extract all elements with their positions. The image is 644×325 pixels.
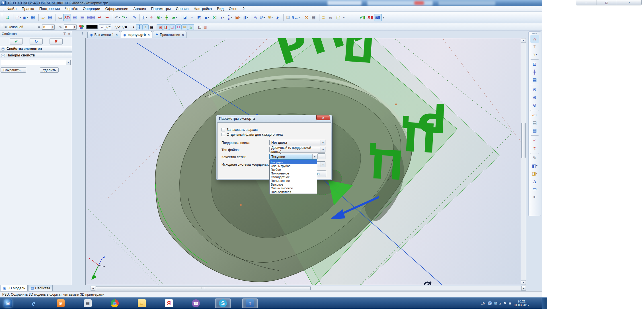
primitive-box-button[interactable]: ■ — [203, 14, 211, 21]
3d-node-button[interactable]: ╋ — [163, 14, 171, 21]
layer-combo[interactable]: Основной — [8, 25, 35, 29]
color-support-combo[interactable]: Нет цвета ▼ — [269, 140, 325, 145]
separate-file-checkbox[interactable] — [221, 133, 225, 136]
pin-icon[interactable]: ⊤ — [63, 32, 66, 36]
scroll-down-icon[interactable]: ▼ — [521, 280, 526, 285]
undo-button[interactable]: ↶ — [113, 14, 121, 21]
filter-funnel-button[interactable]: ▽ — [99, 24, 105, 30]
stepper-arrows-icon[interactable]: ▲▼ — [51, 25, 54, 29]
archive-checkbox[interactable] — [221, 128, 225, 131]
dock-lock-button[interactable]: ◙▮ — [374, 14, 382, 21]
edit-2d-button[interactable]: ✎ — [130, 14, 138, 21]
level-stepper[interactable]: 0 ▲▼ — [42, 25, 55, 30]
hole-button[interactable]: ◎ — [259, 14, 266, 21]
import-button[interactable]: ↩ — [96, 14, 103, 21]
taskbar-yandex[interactable]: Я — [161, 298, 177, 308]
refresh-button[interactable]: ↻ — [30, 38, 43, 44]
taskbar-skype[interactable]: S — [215, 298, 231, 308]
mesh-option-raised[interactable]: Повышенное — [270, 179, 317, 182]
circle-profile-button[interactable]: ◉ — [155, 14, 163, 21]
filter-apply-button[interactable]: ▽✔ — [113, 24, 121, 30]
chevron-down-icon[interactable]: ▼ — [321, 147, 325, 152]
delete-set-button[interactable]: Удалить — [40, 67, 59, 73]
print-3d-button[interactable]: 3D — [63, 14, 71, 21]
color-palette-icon[interactable] — [79, 25, 84, 30]
menu-window[interactable]: Окно — [226, 6, 240, 11]
zoom-selection-button[interactable]: ▦ — [530, 76, 539, 84]
chevron-down-icon[interactable]: ▼ — [312, 154, 317, 159]
expand-toolbar-button[interactable]: ▸ — [530, 193, 539, 200]
taskbar-chrome[interactable]: ◉ — [107, 298, 122, 308]
open-model-button[interactable]: ⇊ — [4, 14, 11, 21]
loft-button[interactable]: ⋈ — [211, 14, 218, 21]
tab-welcome[interactable]: ⚑ Приветствие × — [153, 31, 186, 38]
new-from-template-button[interactable]: ▦ — [29, 14, 37, 21]
menu-edit[interactable]: Правка — [19, 6, 37, 11]
stepper-arrows-icon[interactable]: ▲▼ — [73, 25, 76, 29]
clock[interactable]: 20:21 01.03.2017 — [514, 300, 530, 307]
restore-button[interactable]: ◱ — [596, 0, 617, 5]
export-button[interactable]: ↪ — [103, 14, 111, 21]
menu-parameters[interactable]: Параметры — [148, 6, 173, 11]
mesh-option-high[interactable]: Высокое — [270, 182, 317, 186]
material-button[interactable]: ▥ — [202, 24, 208, 30]
save-button[interactable]: ▤ — [46, 14, 54, 21]
tab-properties[interactable]: ▤ Свойства — [28, 285, 53, 291]
revolve-button[interactable]: ◔ — [188, 14, 195, 21]
show-desktop-button[interactable] — [542, 298, 547, 309]
dialog-close-button[interactable]: × — [316, 115, 330, 120]
wireframe-view-button[interactable]: ◨ — [530, 170, 539, 177]
select-loops-toggle[interactable]: ⊡ — [175, 24, 182, 30]
menu-settings[interactable]: Настройка — [191, 6, 214, 11]
zoom-back-button[interactable]: ⊖ — [530, 101, 539, 109]
chevron-down-icon[interactable]: ▼ — [66, 60, 70, 65]
section-element-properties[interactable]: ▼ Свойства элементов — [0, 46, 72, 52]
calculator-button[interactable]: ▦ — [310, 14, 317, 21]
construction-point[interactable] — [395, 103, 397, 105]
boolean-button[interactable]: ◩ — [195, 14, 203, 21]
save-as-button[interactable]: ▤ — [71, 14, 79, 21]
copy-3d-button[interactable]: ▣ — [234, 14, 241, 21]
file-type-combo[interactable]: Двоичный (с поддержкой цвета) ▼ — [269, 147, 325, 153]
vertical-scrollbar[interactable]: ▲ ▼ — [521, 38, 526, 285]
scroll-right-icon[interactable]: ▶ — [521, 286, 526, 291]
print-button[interactable]: ▭ — [56, 14, 63, 21]
tab-korpus[interactable]: ◉ корпус.grb × — [121, 31, 152, 38]
select-faces-toggle[interactable]: ◨ — [163, 24, 169, 30]
snap-magnet-toggle[interactable]: ∩ — [530, 35, 539, 43]
workplane-button[interactable]: ◫ — [139, 14, 147, 21]
sheet-metal-button[interactable]: ≋ — [266, 14, 274, 21]
tab-close-icon[interactable]: × — [116, 33, 118, 36]
window-layout-button[interactable]: ▦ — [530, 127, 539, 134]
zoom-page-button[interactable]: ⊙ — [530, 85, 539, 94]
toolbar-options-button[interactable]: ▾ — [342, 14, 346, 21]
hyperlink-button[interactable]: ∞ — [327, 14, 335, 21]
property-set-combo[interactable]: ▼ — [1, 60, 71, 65]
select-bodies-toggle[interactable]: ▣ — [157, 24, 163, 30]
shaded-view-button[interactable]: ◧ — [530, 162, 539, 170]
select-profiles-toggle[interactable]: △ — [188, 24, 194, 30]
face-operation-button[interactable]: ◨ — [241, 14, 249, 21]
menu-operations[interactable]: Операции — [80, 6, 103, 11]
panel-close-icon[interactable]: × — [68, 32, 70, 36]
select-3d-nodes-toggle[interactable]: ╋ — [136, 24, 142, 30]
zoom-window-button[interactable]: ⊡ — [530, 59, 539, 68]
apply-button[interactable]: ✔ — [10, 38, 23, 44]
array-button[interactable]: ⣿ — [226, 14, 234, 21]
pin-toggle[interactable]: ⊤ — [530, 43, 539, 50]
assembly-button[interactable]: ⊡ — [283, 14, 291, 21]
dock-cancel-button[interactable]: ✘▮ — [366, 14, 374, 21]
flag-icon[interactable]: ⚑ — [503, 301, 506, 305]
menu-constructions[interactable]: Построения — [37, 6, 62, 11]
taskbar-explorer[interactable]: ▱ — [134, 298, 149, 308]
mesh-option-coarse[interactable]: Грубое — [270, 168, 317, 171]
coordinate-system-button[interactable]: ⌖ — [147, 14, 155, 21]
extrude-button[interactable]: ◪ — [180, 14, 188, 21]
zoom-fit-button[interactable]: ╋ — [530, 68, 539, 76]
menu-file[interactable]: Файл — [5, 6, 19, 11]
current-color-swatch[interactable] — [86, 25, 98, 29]
mesh-option-user[interactable]: Пользователя — [270, 190, 317, 194]
cancel-button[interactable]: ✖ — [50, 38, 63, 44]
pen-stepper[interactable]: 0 ▲▼ — [64, 25, 77, 30]
menu-view[interactable]: Вид — [214, 6, 226, 11]
